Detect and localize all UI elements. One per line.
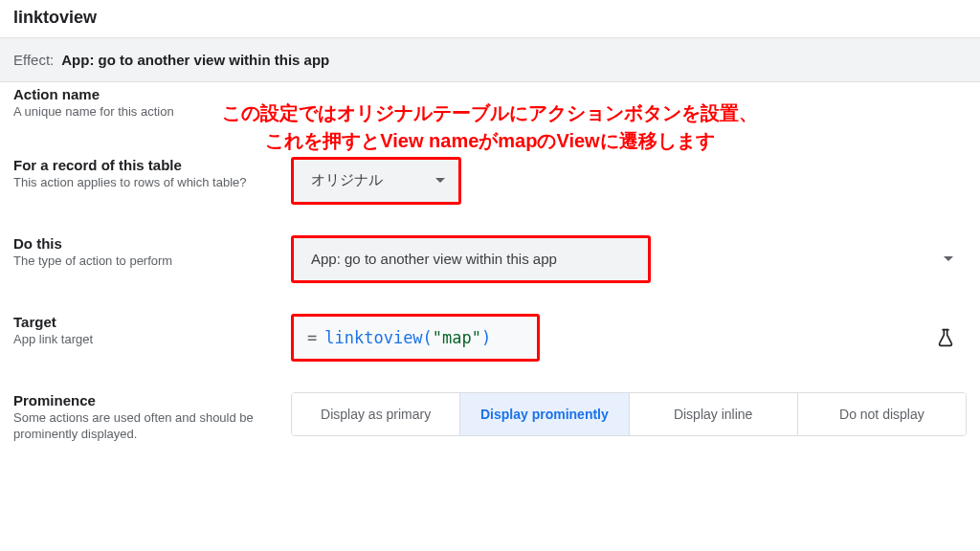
formula-function: linktoview [324,328,422,347]
action-name-desc: A unique name for this action [13,104,272,121]
formula-paren-open: ( [423,328,433,347]
effect-label: Effect: [13,52,54,68]
prominence-option-none[interactable]: Do not display [798,393,966,435]
do-this-value: App: go to another view within this app [294,251,574,267]
record-table-dropdown[interactable]: オリジナル [294,160,458,202]
prominence-desc: Some actions are used often and should b… [13,410,272,443]
formula-paren-close: ) [481,328,491,347]
prominence-option-inline[interactable]: Display inline [630,393,798,435]
record-table-highlight: オリジナル [291,157,461,205]
chevron-down-icon [435,178,445,183]
prominence-title: Prominence [13,392,272,408]
do-this-highlight: App: go to another view within this app [291,235,651,283]
do-this-title: Do this [13,235,272,252]
flask-icon[interactable] [919,328,967,347]
formula-arg: "map" [433,328,481,347]
target-desc: App link target [13,332,272,348]
prominence-option-prominently[interactable]: Display prominently [460,393,629,435]
do-this-desc: The type of action to perform [13,253,272,270]
prominence-option-primary[interactable]: Display as primary [292,393,460,435]
record-table-title: For a record of this table [13,157,272,173]
target-highlight: = linktoview("map") [291,314,540,362]
effect-bar: Effect: App: go to another view within t… [0,37,980,82]
target-title: Target [13,314,272,330]
prominence-segmented: Display as primary Display prominently D… [291,392,967,436]
chevron-down-icon[interactable] [944,256,953,261]
target-formula-input[interactable]: = linktoview("map") [294,317,537,359]
record-table-value: オリジナル [294,171,400,189]
page-title: linktoview [0,0,980,37]
formula-equals: = [307,328,317,347]
action-name-title: Action name [13,86,272,102]
effect-value: App: go to another view within this app [61,52,329,68]
do-this-dropdown[interactable]: App: go to another view within this app [294,238,648,280]
record-table-desc: This action applies to rows of which tab… [13,175,272,191]
